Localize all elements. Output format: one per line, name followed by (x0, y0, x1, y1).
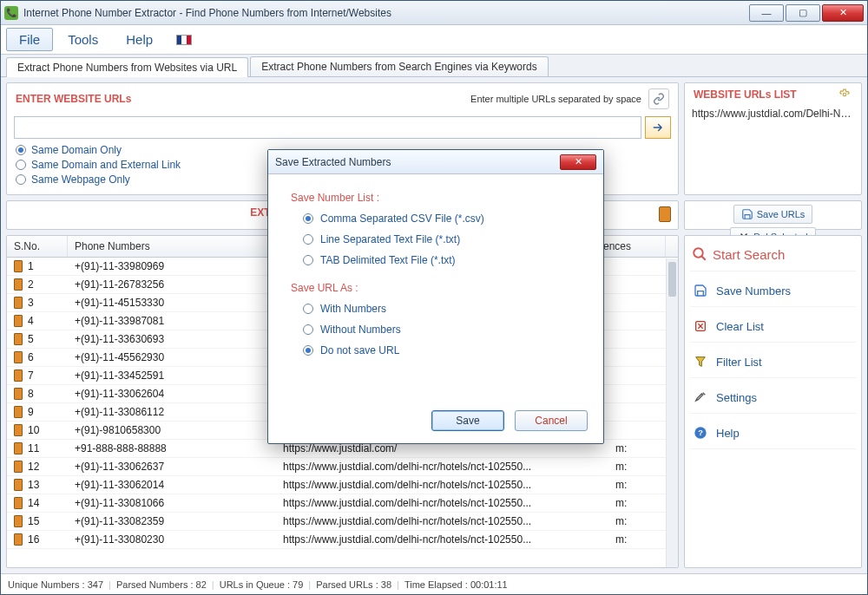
language-flag-icon[interactable] (176, 35, 192, 45)
radio-line-txt[interactable]: Line Separated Text File (*.txt) (303, 233, 581, 245)
dialog-title: Save Extracted Numbers (275, 156, 560, 168)
dialog-save-button[interactable]: Save (431, 410, 504, 431)
minimize-button[interactable]: — (749, 4, 784, 22)
radio-same-domain-label: Same Domain Only (31, 144, 122, 156)
dialog-titlebar[interactable]: Save Extracted Numbers ✕ (268, 150, 603, 174)
url-list-item[interactable]: https://www.justdial.com/Delhi-NCR/hotel… (692, 108, 854, 120)
status-queue: URLs in Queue : 79 (220, 579, 304, 590)
radio-with-numbers-label: With Numbers (320, 303, 386, 315)
radio-icon (303, 324, 313, 335)
dialog-buttons: Save Cancel (268, 405, 603, 443)
radio-no-url[interactable]: Do not save URL (303, 344, 581, 356)
menubar: File Tools Help (1, 25, 867, 55)
tabstrip: Extract Phone Numbers from Websites via … (1, 55, 867, 77)
phone-icon (14, 333, 23, 345)
table-row[interactable]: 16+(91)-11-33080230https://www.justdial.… (7, 531, 678, 549)
phone-icon (14, 461, 23, 473)
table-row[interactable]: 14+(91)-11-33081066https://www.justdial.… (7, 494, 678, 513)
phone-icon (14, 424, 23, 436)
start-search-label: Start Search (713, 247, 785, 262)
status-parsed: Parsed Numbers : 82 (116, 579, 207, 590)
save-numbers-button[interactable]: Save Numbers (690, 275, 856, 307)
radio-with-numbers[interactable]: With Numbers (303, 303, 581, 315)
clear-list-label: Clear List (716, 320, 764, 333)
phone-icon (14, 497, 23, 509)
col-scroll-spacer (666, 236, 679, 257)
window-buttons: — ▢ ✕ (747, 4, 864, 22)
scrollbar-thumb[interactable] (668, 262, 676, 297)
menu-tools[interactable]: Tools (55, 28, 111, 51)
dialog-close-button[interactable]: ✕ (560, 154, 596, 170)
phone-icon (14, 260, 23, 272)
phone-icon (659, 206, 671, 222)
radio-icon (16, 145, 26, 155)
phone-icon (14, 388, 23, 400)
help-icon: ? (694, 426, 707, 440)
dialog-cancel-button[interactable]: Cancel (515, 410, 588, 431)
clear-icon (694, 319, 707, 333)
radio-same-page-label: Same Webpage Only (31, 173, 130, 186)
clear-list-button[interactable]: Clear List (690, 311, 856, 343)
radio-without-numbers[interactable]: Without Numbers (303, 324, 581, 336)
menu-file[interactable]: File (6, 28, 53, 51)
filter-list-label: Filter List (716, 356, 762, 369)
table-row[interactable]: 15+(91)-11-33082359https://www.justdial.… (7, 513, 678, 531)
vertical-scrollbar[interactable] (666, 258, 678, 567)
tab-keywords[interactable]: Extract Phone Numbers from Search Engine… (250, 56, 548, 76)
url-list-panel: WEBSITE URLs LIST https://www.justdial.c… (684, 82, 862, 195)
col-phone[interactable]: Phone Numbers (68, 236, 276, 257)
section-save-url: Save URL As : (291, 282, 581, 294)
link-icon[interactable] (648, 88, 669, 109)
save-urls-button[interactable]: Save URLs (733, 205, 813, 224)
url-list-title: WEBSITE URLs LIST (694, 88, 797, 101)
settings-button[interactable]: Settings (690, 382, 856, 414)
status-elapsed: Time Elapsed : 00:01:11 (404, 579, 508, 590)
filter-list-button[interactable]: Filter List (690, 346, 856, 378)
help-label: Help (716, 427, 740, 440)
url-actions-panel: Save URLs Del Selected Empty (684, 200, 862, 230)
save-dialog: Save Extracted Numbers ✕ Save Number Lis… (267, 149, 604, 444)
phone-icon (14, 515, 23, 527)
radio-without-numbers-label: Without Numbers (320, 324, 401, 336)
url-input-row (7, 113, 678, 142)
save-icon (741, 208, 753, 220)
radio-csv[interactable]: Comma Separated CSV File (*.csv) (303, 212, 581, 225)
radio-icon (303, 345, 313, 356)
svg-text:?: ? (698, 428, 703, 437)
col-occ[interactable]: ences (596, 236, 666, 257)
maximize-button[interactable]: ▢ (786, 4, 820, 22)
go-button[interactable] (645, 116, 671, 139)
titlebar: 📞 Internet Phone Number Extractor - Find… (1, 1, 867, 25)
gear-icon[interactable] (837, 88, 852, 101)
start-search-button[interactable]: Start Search (690, 241, 856, 271)
table-row[interactable]: 13+(91)-11-33062014https://www.justdial.… (7, 476, 678, 494)
col-sn[interactable]: S.No. (7, 236, 68, 257)
radio-icon (303, 213, 313, 224)
sidebar: Start Search Save Numbers Clear List Fil… (684, 235, 862, 568)
radio-no-url-label: Do not save URL (320, 344, 399, 356)
phone-icon (14, 479, 23, 491)
phone-icon (14, 406, 23, 418)
phone-icon (14, 297, 23, 309)
radio-icon (303, 255, 313, 265)
url-input[interactable] (14, 116, 641, 139)
radio-line-label: Line Separated Text File (*.txt) (320, 233, 460, 245)
svg-marker-10 (696, 357, 706, 367)
radio-tab-label: TAB Delimited Text File (*.txt) (320, 254, 456, 266)
menu-help[interactable]: Help (113, 28, 166, 51)
app-icon: 📞 (4, 6, 18, 20)
url-list-header: WEBSITE URLs LIST (685, 83, 861, 104)
dialog-body: Save Number List : Comma Separated CSV F… (268, 174, 603, 405)
table-row[interactable]: 12+(91)-11-33062637https://www.justdial.… (7, 458, 678, 476)
enter-urls-hint: Enter multiple URLs separated by space (470, 94, 641, 104)
arrow-right-icon (651, 121, 665, 134)
close-button[interactable]: ✕ (822, 4, 864, 22)
help-button[interactable]: ? Help (690, 417, 856, 449)
radio-icon (303, 304, 313, 314)
radio-tab-txt[interactable]: TAB Delimited Text File (*.txt) (303, 254, 581, 266)
settings-icon (694, 390, 707, 404)
radio-external-label: Same Domain and External Link (31, 159, 181, 171)
tab-url[interactable]: Extract Phone Numbers from Websites via … (6, 57, 248, 77)
svg-point-5 (694, 248, 703, 258)
phone-icon (14, 533, 23, 546)
